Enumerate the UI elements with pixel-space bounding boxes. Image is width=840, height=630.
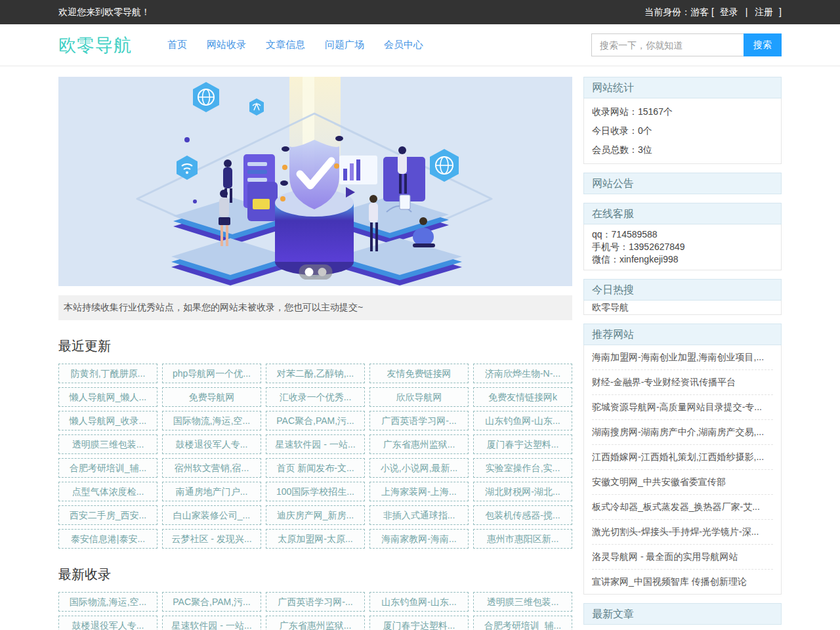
identity-separator: | (746, 7, 748, 17)
recommended-site-link[interactable]: 湖南搜房网-湖南房产中介,湖南房产交易,... (592, 420, 773, 445)
stats-title: 网站统计 (583, 77, 782, 98)
site-link[interactable]: 非插入式通球指... (369, 505, 469, 525)
site-link[interactable]: 合肥考研培训_辅... (473, 616, 572, 630)
site-link[interactable]: 合肥考研培训_辅... (58, 458, 158, 478)
service-line: qq：714589588 (584, 228, 781, 241)
site-link[interactable]: 广东省惠州监狱... (266, 616, 365, 630)
site-link[interactable]: 100国际学校招生... (266, 482, 365, 501)
service-line: 手机号：13952627849 (584, 241, 781, 253)
recommended-site-link[interactable]: 财经-金融界-专业财经资讯传播平台 (592, 370, 773, 395)
stats-row: 今日收录：0个 (584, 121, 781, 140)
login-link[interactable]: 登录 (720, 7, 738, 17)
recommended-site-link[interactable]: 激光切割头-焊接头-手持焊-光学镜片-深... (592, 520, 773, 545)
recommended-site-link[interactable]: 安徽文明网_中共安徽省委宣传部 (592, 470, 773, 495)
nav-item[interactable]: 网站收录 (207, 39, 246, 51)
site-link[interactable]: 山东钓鱼网-山东... (369, 592, 469, 612)
recommended-site-link[interactable]: 宣讲家网_中国视频智库 传播创新理论 (592, 570, 773, 594)
nav-item[interactable]: 会员中心 (384, 39, 423, 51)
register-link[interactable]: 注册 (755, 7, 773, 17)
identity-area: 当前身份：游客 [ 登录 | 注册 ] (644, 7, 782, 18)
search-button[interactable]: 搜索 (744, 33, 782, 56)
site-link[interactable]: 星速软件园 - 一站... (266, 434, 365, 454)
site-link[interactable]: 实验室操作台,实... (473, 458, 572, 478)
site-link[interactable]: 广西英语学习网-... (266, 592, 365, 612)
site-link[interactable]: 宿州软文营销,宿... (162, 458, 261, 478)
site-link[interactable]: 厦门春宇达塑料... (473, 434, 572, 454)
site-link[interactable]: 广西英语学习网-... (369, 411, 469, 430)
hot-search-item[interactable]: 欧零导航 (584, 298, 637, 316)
site-logo[interactable]: 欧零导航 (58, 33, 132, 57)
site-link[interactable]: 免费导航网 (162, 387, 261, 407)
site-link[interactable]: 济南欣烨生物-N-... (473, 364, 572, 383)
site-link[interactable]: 国际物流,海运,空... (58, 592, 158, 612)
site-link[interactable]: 国际物流,海运,空... (162, 411, 261, 430)
site-link[interactable]: 友情免费链接网 (369, 364, 469, 383)
site-link[interactable]: 南通房地产门户... (162, 482, 261, 501)
site-link[interactable]: 鼓楼退役军人专... (58, 616, 158, 630)
carousel-dots (299, 264, 332, 280)
recommended-body: 海南加盟网-海南创业加盟,海南创业项目,...财经-金融界-专业财经资讯传播平台… (583, 345, 782, 595)
site-link[interactable]: PAC聚合,PAM,污... (266, 411, 365, 430)
site-link[interactable]: 惠州市惠阳区新... (473, 529, 572, 549)
site-link[interactable]: 上海家装网-上海... (369, 482, 469, 501)
nav-item[interactable]: 问题广场 (325, 39, 364, 51)
carousel-dot-active[interactable] (304, 268, 313, 276)
site-link[interactable]: 白山家装修公司_... (162, 505, 261, 525)
site-link[interactable]: 免费友情链接网k (473, 387, 572, 407)
recommended-title: 推荐网站 (583, 324, 782, 345)
announcement-title: 网站公告 (583, 173, 782, 194)
site-link[interactable]: 星速软件园 - 一站... (162, 616, 261, 630)
nav-item[interactable]: 文章信息 (266, 39, 305, 51)
site-link[interactable]: 包装机传感器-搅... (473, 505, 572, 525)
site-link[interactable]: 防黄剂,丁酰肼原... (58, 364, 158, 383)
recommended-site-link[interactable]: 洛灵导航网 - 最全面的实用导航网站 (592, 545, 773, 570)
recommended-box: 推荐网站 海南加盟网-海南创业加盟,海南创业项目,...财经-金融界-专业财经资… (583, 324, 782, 595)
recommended-site-link[interactable]: 海南加盟网-海南创业加盟,海南创业项目,... (592, 345, 773, 370)
main-nav: 首页网站收录文章信息问题广场会员中心 (167, 39, 443, 51)
banner-carousel[interactable] (58, 77, 572, 286)
announcement-box: 网站公告 (583, 173, 782, 194)
welcome-text: 欢迎您来到欧零导航！ (58, 7, 150, 18)
topbar: 欢迎您来到欧零导航！ 当前身份：游客 [ 登录 | 注册 ] (0, 0, 840, 24)
service-line: 微信：xinfengkeji998 (584, 253, 781, 266)
site-link[interactable]: 西安二手房_西安... (58, 505, 158, 525)
site-link[interactable]: 汇收录一个优秀... (266, 387, 365, 407)
site-link[interactable]: 太原加盟网-太原... (266, 529, 365, 549)
identity-suffix: ] (779, 7, 782, 17)
banner-illustration (58, 77, 572, 286)
site-link[interactable]: 欣欣导航网 (369, 387, 469, 407)
search-input[interactable] (591, 33, 744, 56)
recent-updates-grid: 防黄剂,丁酰肼原...php导航网一个优...对苯二酚,乙醇钠,...友情免费链… (58, 364, 572, 549)
site-link[interactable]: 厦门春宇达塑料... (369, 616, 469, 630)
site-link[interactable]: 首页 新闻发布-文... (266, 458, 365, 478)
identity-label: 当前身份：游客 [ (644, 7, 714, 17)
site-link[interactable]: PAC聚合,PAM,污... (162, 592, 261, 612)
site-link[interactable]: 山东钓鱼网-山东... (473, 411, 572, 430)
site-link[interactable]: 云梦社区 - 发现兴... (162, 529, 261, 549)
site-link[interactable]: 点型气体浓度检... (58, 482, 158, 501)
site-link[interactable]: 透明膜三维包装... (473, 592, 572, 612)
site-link[interactable]: 广东省惠州监狱... (369, 434, 469, 454)
site-link[interactable]: 鼓楼退役军人专... (162, 434, 261, 454)
site-link[interactable]: 小说,小说网,最新... (369, 458, 469, 478)
stats-box: 网站统计 收录网站：15167个今日收录：0个会员总数：3位 (583, 77, 782, 164)
site-link[interactable]: 迪庆房产网_新房... (266, 505, 365, 525)
site-link[interactable]: 懒人导航网_懒人... (58, 387, 158, 407)
site-link[interactable]: 海南家教网-海南... (369, 529, 469, 549)
hot-search-body: 欧零导航 (583, 301, 782, 315)
site-link[interactable]: 湖北财税网-湖北... (473, 482, 572, 501)
site-link[interactable]: 泰安信息港|泰安... (58, 529, 158, 549)
carousel-dot[interactable] (318, 268, 326, 276)
stats-row: 会员总数：3位 (584, 140, 781, 159)
site-link[interactable]: php导航网一个优... (162, 364, 261, 383)
nav-item[interactable]: 首页 (167, 39, 187, 51)
recommended-site-link[interactable]: 驼城资源导航网-高质量网站目录提交-专... (592, 395, 773, 420)
sidebar: 网站统计 收录网站：15167个今日收录：0个会员总数：3位 网站公告 在线客服… (583, 77, 782, 630)
site-link[interactable]: 透明膜三维包装... (58, 434, 158, 454)
site-link[interactable]: 对苯二酚,乙醇钠,... (266, 364, 365, 383)
recommended-site-link[interactable]: 板式冷却器_板式蒸发器_换热器厂家-艾... (592, 495, 773, 520)
site-link[interactable]: 懒人导航网_收录... (58, 411, 158, 430)
recommended-site-link[interactable]: 江西婚嫁网-江西婚礼策划,江西婚纱摄影,... (592, 445, 773, 470)
site-header: 欧零导航 首页网站收录文章信息问题广场会员中心 搜索 (0, 24, 840, 66)
recent-updates-title: 最近更新 (58, 337, 572, 355)
